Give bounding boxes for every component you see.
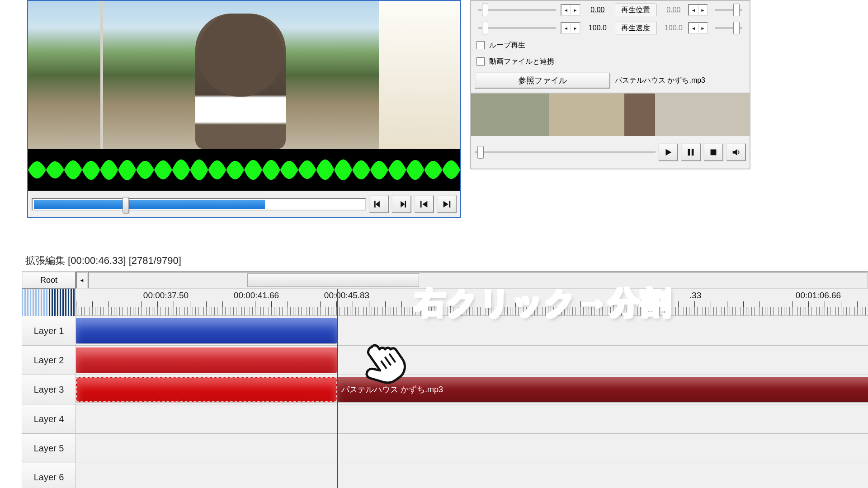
reference-file-button[interactable]: 参照ファイル bbox=[475, 72, 610, 89]
reference-file-button-label: 参照ファイル bbox=[518, 75, 567, 86]
mini-progress-thumb[interactable] bbox=[477, 146, 484, 159]
link-video-checkbox[interactable] bbox=[476, 57, 485, 66]
loop-playback-checkbox[interactable] bbox=[476, 41, 485, 49]
video-clip[interactable] bbox=[76, 318, 337, 343]
value-left[interactable]: 100.0 bbox=[583, 24, 612, 32]
spin-right[interactable]: ◄ ► bbox=[688, 4, 708, 16]
root-button-label: Root bbox=[40, 276, 57, 285]
ruler-tick-label: 00:01:06.66 bbox=[796, 291, 841, 300]
reference-file-name: パステルハウス かずち.mp3 bbox=[615, 76, 705, 85]
spin-right[interactable]: ◄ ► bbox=[688, 22, 708, 34]
svg-rect-8 bbox=[449, 201, 451, 207]
scroll-left-button[interactable]: ◄ bbox=[76, 272, 88, 289]
property-label-button[interactable]: 再生位置 bbox=[615, 4, 656, 16]
svg-marker-9 bbox=[666, 149, 672, 156]
layer-label[interactable]: Layer 1 bbox=[22, 316, 76, 345]
mute-button[interactable] bbox=[726, 143, 746, 161]
mini-preview-panel bbox=[470, 93, 750, 169]
layer-row: Layer 4 bbox=[22, 404, 868, 433]
value-left[interactable]: 0.00 bbox=[583, 6, 612, 14]
layer-label[interactable]: Layer 5 bbox=[22, 434, 76, 463]
property-slider-thumb[interactable] bbox=[733, 4, 740, 16]
svg-marker-7 bbox=[443, 201, 448, 207]
loop-playback-label: ループ再生 bbox=[489, 41, 525, 50]
layer-label[interactable]: Layer 4 bbox=[22, 404, 76, 433]
preview-progress[interactable] bbox=[32, 198, 366, 211]
preview-progress-handle[interactable] bbox=[123, 197, 129, 213]
zoom-gauge[interactable] bbox=[22, 289, 76, 316]
spin-right-inc[interactable]: ► bbox=[698, 5, 707, 15]
layer-track[interactable] bbox=[76, 316, 868, 345]
spin-left-dec[interactable]: ◄ bbox=[561, 5, 571, 15]
audio-clip[interactable] bbox=[76, 347, 337, 373]
layer-track[interactable] bbox=[76, 404, 868, 433]
property-label-button[interactable]: 再生速度 bbox=[615, 22, 656, 34]
mini-preview-frame bbox=[471, 94, 750, 136]
timeline-ruler[interactable]: 00:00:37.5000:00:41.6600:00:45.83.3300:0… bbox=[76, 289, 868, 316]
jump-end-button[interactable] bbox=[437, 195, 457, 213]
step-forward-button[interactable] bbox=[392, 195, 411, 213]
preview-transport-bar bbox=[28, 191, 460, 217]
spin-left-inc[interactable]: ► bbox=[571, 5, 580, 15]
layer-label[interactable]: Layer 6 bbox=[22, 463, 76, 488]
layer-label[interactable]: Layer 3 bbox=[22, 375, 76, 404]
timeline-header: Root ◄ bbox=[22, 272, 868, 289]
ruler-tick-label: 00:00:37.50 bbox=[143, 291, 189, 300]
layer-track[interactable]: パステルハウス かずち.mp3 bbox=[76, 375, 868, 404]
spin-right-dec[interactable]: ◄ bbox=[689, 23, 698, 33]
jump-start-button[interactable] bbox=[414, 195, 434, 213]
layer-track[interactable] bbox=[76, 434, 868, 463]
property-slider-right[interactable] bbox=[715, 9, 742, 11]
audio-clip[interactable]: パステルハウス かずち.mp3 bbox=[337, 377, 868, 402]
ruler-tick-label: 00:00:41.66 bbox=[234, 291, 279, 300]
timeline-ruler-row: 00:00:37.5000:00:41.6600:00:45.83.3300:0… bbox=[22, 289, 868, 316]
preview-progress-fill bbox=[34, 200, 265, 209]
video-preview-frame bbox=[28, 1, 460, 149]
layer-label[interactable]: Layer 2 bbox=[22, 346, 76, 375]
mini-transport-bar bbox=[471, 136, 750, 169]
property-slider-thumb[interactable] bbox=[733, 22, 740, 34]
timeline-horizontal-scrollbar[interactable] bbox=[88, 272, 868, 289]
reference-file-row: 参照ファイル パステルハウス かずち.mp3 bbox=[471, 70, 750, 93]
timeline-title: 拡張編集 [00:00:46.33] [2781/9790] bbox=[25, 254, 181, 267]
timeline-panel: Root ◄ 00:00:37.5000:00:41.6600:00:45.83… bbox=[22, 271, 868, 488]
play-button[interactable] bbox=[658, 143, 678, 161]
layer-row: Layer 5 bbox=[22, 433, 868, 463]
spin-left-dec[interactable]: ◄ bbox=[561, 23, 571, 33]
mini-progress-slider[interactable] bbox=[475, 151, 656, 153]
svg-marker-3 bbox=[401, 201, 405, 207]
timeline-body: 00:00:37.5000:00:41.6600:00:45.83.3300:0… bbox=[22, 289, 868, 488]
layer-track[interactable] bbox=[76, 463, 868, 488]
layer-track[interactable] bbox=[76, 346, 868, 375]
spin-left[interactable]: ◄ ► bbox=[561, 22, 580, 34]
spin-left-inc[interactable]: ► bbox=[571, 23, 580, 33]
ruler-tick-label: 00:00:45.83 bbox=[324, 291, 369, 300]
layer-row: Layer 6 bbox=[22, 463, 868, 488]
svg-rect-12 bbox=[711, 150, 717, 155]
link-video-row: 動画ファイルと連携 bbox=[471, 53, 750, 70]
property-slider-thumb[interactable] bbox=[482, 22, 488, 34]
root-button[interactable]: Root bbox=[22, 272, 76, 289]
audio-waveform bbox=[28, 149, 460, 191]
spin-right-dec[interactable]: ◄ bbox=[689, 5, 698, 15]
ruler-tick-label: .33 bbox=[689, 291, 701, 300]
spin-right-inc[interactable]: ► bbox=[698, 23, 707, 33]
property-slider-left[interactable] bbox=[478, 27, 556, 29]
pause-button[interactable] bbox=[681, 143, 701, 161]
stop-button[interactable] bbox=[703, 143, 723, 161]
spin-left[interactable]: ◄ ► bbox=[561, 4, 580, 16]
value-right: 100.0 bbox=[659, 24, 688, 32]
property-slider-right[interactable] bbox=[715, 27, 742, 29]
property-slider-thumb[interactable] bbox=[482, 4, 488, 16]
preview-window bbox=[27, 0, 461, 218]
audio-clip-selected[interactable] bbox=[76, 377, 337, 402]
svg-rect-10 bbox=[688, 149, 690, 156]
link-video-label: 動画ファイルと連携 bbox=[489, 57, 554, 66]
value-right: 0.00 bbox=[659, 6, 688, 14]
timeline-scroll-thumb[interactable] bbox=[247, 273, 419, 287]
video-light-edge bbox=[379, 1, 460, 149]
svg-rect-11 bbox=[692, 149, 694, 156]
step-back-button[interactable] bbox=[369, 195, 389, 213]
svg-marker-13 bbox=[733, 149, 737, 156]
property-slider-left[interactable] bbox=[478, 9, 556, 11]
